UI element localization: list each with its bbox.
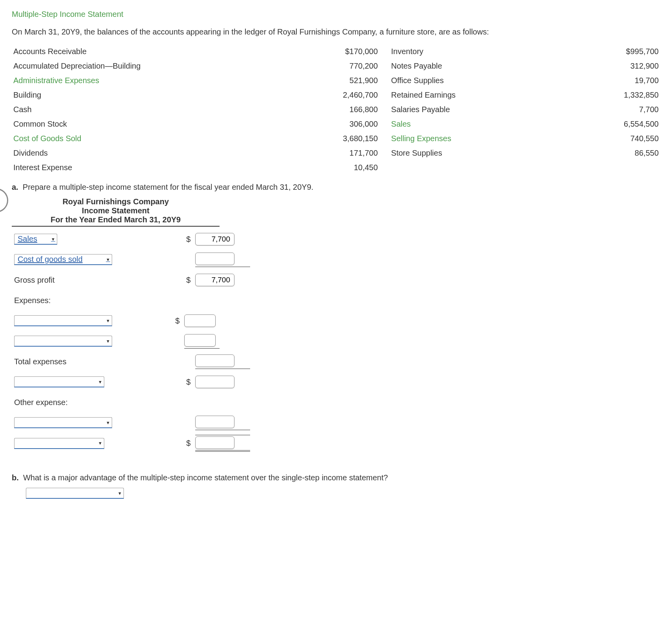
ledger-value: 6,554,500 — [577, 117, 660, 131]
gross-profit-input[interactable] — [195, 274, 234, 286]
row-expense-1: ▼ $ — [12, 311, 252, 331]
chevron-down-icon: ▼ — [49, 237, 55, 242]
expense2-dropdown[interactable]: ▼ — [14, 336, 112, 347]
ledger-value: 10,450 — [293, 160, 389, 175]
row-other-expense-header: Other expense: — [12, 392, 252, 412]
final-dropdown[interactable]: ▼ — [14, 438, 104, 449]
partial-circle-shape — [0, 188, 8, 213]
row-gross-profit: Gross profit $ — [12, 270, 252, 290]
other-expense-label: Other expense: — [12, 392, 142, 412]
ledger-label: Salaries Payable — [390, 102, 577, 117]
chevron-down-icon: ▼ — [96, 441, 102, 445]
chevron-down-icon: ▼ — [104, 318, 110, 323]
ledger-table: Accounts Receivable$170,000Inventory$995… — [12, 44, 660, 175]
question-a: a. Prepare a multiple-step income statem… — [12, 183, 660, 192]
company-name: Royal Furnishings Company — [12, 197, 220, 206]
row-sales: Sales ▼ $ — [12, 229, 252, 249]
ledger-value: 19,700 — [577, 73, 660, 88]
final-input[interactable] — [195, 436, 234, 449]
income-statement-form: Sales ▼ $ Cost of goods sold ▼ Gross pro… — [12, 229, 252, 454]
ledger-value: 86,550 — [577, 146, 660, 160]
ledger-value: 3,680,150 — [293, 131, 389, 146]
statement-title: Income Statement — [12, 206, 220, 215]
ledger-label: Office Supplies — [390, 73, 577, 88]
ledger-row: Cost of Goods Sold3,680,150Selling Expen… — [12, 131, 660, 146]
ledger-value: 171,700 — [293, 146, 389, 160]
ledger-label: Administrative Expenses — [12, 73, 293, 88]
question-b: b. What is a major advantage of the mult… — [12, 473, 660, 482]
total-expenses-input[interactable] — [195, 354, 234, 367]
chevron-down-icon: ▼ — [104, 339, 110, 343]
expense1-value-input[interactable] — [184, 314, 216, 327]
other-expense-dropdown[interactable]: ▼ — [14, 417, 112, 428]
total-expenses-label: Total expenses — [12, 351, 142, 372]
ledger-row: Dividends171,700Store Supplies86,550 — [12, 146, 660, 160]
ledger-label: Interest Expense — [12, 160, 293, 175]
ledger-value: 1,332,850 — [577, 88, 660, 102]
ledger-label: Dividends — [12, 146, 293, 160]
gross-profit-label: Gross profit — [12, 270, 142, 290]
sales-dropdown[interactable]: Sales ▼ — [14, 234, 57, 245]
ledger-row: Cash166,800Salaries Payable7,700 — [12, 102, 660, 117]
row-other-expense-1: ▼ — [12, 412, 252, 433]
ledger-value: 312,900 — [577, 59, 660, 73]
row-total-expenses: Total expenses — [12, 351, 252, 372]
ledger-label: Accumulated Depreciation—Building — [12, 59, 293, 73]
ledger-value: $995,700 — [577, 44, 660, 59]
ledger-label: Store Supplies — [390, 146, 577, 160]
qa-text: Prepare a multiple-step income statement… — [23, 183, 314, 191]
subtotal-input[interactable] — [195, 376, 234, 388]
qa-marker: a. — [12, 183, 18, 191]
ledger-value: 2,460,700 — [293, 88, 389, 102]
question-b-dropdown[interactable]: ▼ — [26, 488, 124, 499]
ledger-row: Common Stock306,000Sales6,554,500 — [12, 117, 660, 131]
ledger-value: 306,000 — [293, 117, 389, 131]
ledger-label: Retained Earnings — [390, 88, 577, 102]
chevron-down-icon: ▼ — [96, 380, 102, 384]
qb-text: What is a major advantage of the multipl… — [23, 473, 388, 482]
ledger-row: Building2,460,700Retained Earnings1,332,… — [12, 88, 660, 102]
statement-period: For the Year Ended March 31, 20Y9 — [12, 215, 220, 227]
row-expenses-header: Expenses: — [12, 290, 252, 311]
ledger-value — [577, 160, 660, 175]
ledger-label: Notes Payable — [390, 59, 577, 73]
cogs-dropdown[interactable]: Cost of goods sold ▼ — [14, 254, 112, 265]
ledger-row: Accumulated Depreciation—Building770,200… — [12, 59, 660, 73]
ledger-label: Selling Expenses — [390, 131, 577, 146]
ledger-row: Administrative Expenses521,900Office Sup… — [12, 73, 660, 88]
ledger-label: Inventory — [390, 44, 577, 59]
chevron-down-icon: ▼ — [104, 257, 110, 262]
page-title: Multiple-Step Income Statement — [12, 10, 660, 19]
ledger-value: 166,800 — [293, 102, 389, 117]
ledger-row: Interest Expense10,450 — [12, 160, 660, 175]
row-expense-2: ▼ — [12, 331, 252, 351]
ledger-label: Accounts Receivable — [12, 44, 293, 59]
other-expense-input[interactable] — [195, 416, 234, 428]
ledger-label: Cost of Goods Sold — [12, 131, 293, 146]
subtotal-dropdown[interactable]: ▼ — [14, 376, 104, 387]
expenses-label: Expenses: — [12, 290, 142, 311]
ledger-value: 770,200 — [293, 59, 389, 73]
ledger-value: $170,000 — [293, 44, 389, 59]
expense2-value-input[interactable] — [184, 334, 216, 347]
chevron-down-icon: ▼ — [104, 420, 110, 425]
ledger-value: 7,700 — [577, 102, 660, 117]
qb-marker: b. — [12, 473, 19, 482]
expense1-dropdown[interactable]: ▼ — [14, 315, 112, 326]
row-final: ▼ $ — [12, 433, 252, 454]
ledger-label: Common Stock — [12, 117, 293, 131]
statement-header: Royal Furnishings Company Income Stateme… — [12, 197, 220, 227]
sales-value-input[interactable] — [195, 233, 234, 245]
ledger-value: 740,550 — [577, 131, 660, 146]
intro-text: On March 31, 20Y9, the balances of the a… — [12, 27, 660, 36]
ledger-value: 521,900 — [293, 73, 389, 88]
ledger-label: Cash — [12, 102, 293, 117]
ledger-label: Sales — [390, 117, 577, 131]
row-cogs: Cost of goods sold ▼ — [12, 249, 252, 270]
cogs-value-input[interactable] — [195, 253, 234, 265]
ledger-row: Accounts Receivable$170,000Inventory$995… — [12, 44, 660, 59]
chevron-down-icon: ▼ — [115, 491, 122, 496]
row-subtotal: ▼ $ — [12, 372, 252, 392]
ledger-label — [390, 160, 577, 175]
ledger-label: Building — [12, 88, 293, 102]
